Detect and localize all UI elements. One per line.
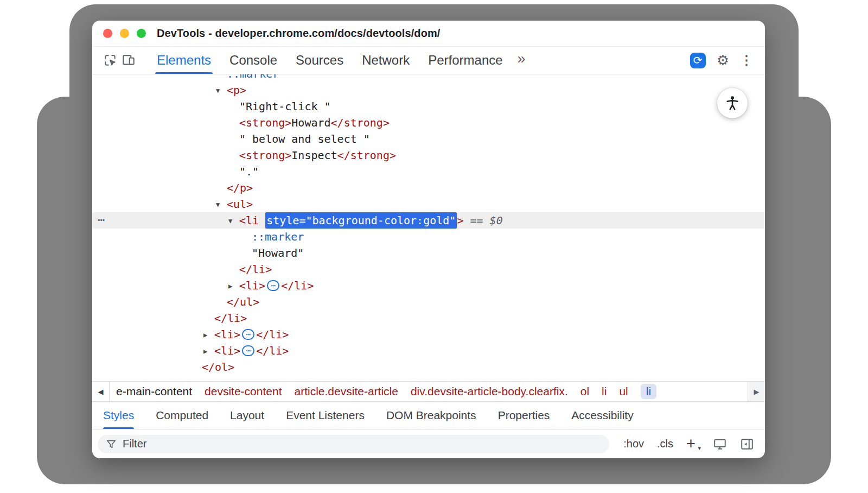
tree-arrow-down-icon[interactable]: ▼ [216, 197, 227, 213]
code-tag: <p> [227, 84, 246, 97]
tab-layout[interactable]: Layout [230, 402, 264, 429]
dom-node[interactable]: "Right-click " [92, 98, 765, 115]
code-tag: <ul> [227, 198, 253, 211]
code-sel: style="background-color:gold" [265, 212, 457, 229]
dom-node[interactable]: <strong>Inspect</strong> [92, 147, 765, 163]
dom-node[interactable]: </li> [92, 310, 765, 326]
inspect-icon [103, 53, 117, 67]
devtools-window: DevTools - developer.chrome.com/docs/dev… [92, 21, 765, 458]
tab-styles[interactable]: Styles [103, 402, 134, 429]
dom-node[interactable]: ▶<li>⋯</li> [92, 343, 765, 359]
minimize-button[interactable] [120, 29, 129, 38]
tab-sources[interactable]: Sources [286, 47, 353, 74]
code-tag: <li [239, 214, 265, 227]
dom-node[interactable]: "Howard" [92, 245, 765, 261]
dom-node[interactable]: ▶<li>⋯</li> [92, 277, 765, 294]
code-tag: <li> [239, 279, 265, 292]
settings-gear-icon[interactable]: ⚙ [717, 53, 729, 67]
dom-node[interactable]: " below and select " [92, 131, 765, 147]
dom-node[interactable]: "." [92, 163, 765, 180]
dom-node[interactable]: </li> [92, 261, 765, 277]
tree-arrow-right-icon[interactable]: ▶ [228, 278, 239, 294]
toolbar-right: ⟳ ⚙ ⋮ [690, 53, 753, 68]
code-tag: </li> [281, 279, 314, 292]
menu-kebab-icon[interactable]: ⋮ [740, 54, 753, 67]
toggle-element-state-button[interactable]: :hov [623, 438, 644, 450]
node-ellipsis-button[interactable]: ⋯ [267, 280, 279, 291]
dom-node[interactable]: </ul> [92, 294, 765, 310]
sidebar-tabbar: StylesComputedLayoutEvent ListenersDOM B… [92, 401, 765, 429]
code-pseudo: ::marker [227, 74, 279, 80]
code-text: " below and select " [239, 132, 370, 146]
rendering-icon[interactable] [713, 437, 727, 451]
tree-arrow-down-icon[interactable]: ▼ [216, 83, 227, 99]
code-text: Inspect [291, 149, 337, 162]
filter-input[interactable] [123, 438, 602, 450]
toggle-sidebar-icon[interactable] [740, 437, 754, 451]
titlebar: DevTools - developer.chrome.com/docs/dev… [92, 21, 765, 47]
zoom-button[interactable] [137, 29, 146, 38]
tab-properties[interactable]: Properties [498, 402, 550, 429]
tab-network[interactable]: Network [353, 47, 419, 74]
breadcrumb-item-ul[interactable]: ul [619, 385, 628, 398]
breadcrumb-item-li[interactable]: li [602, 385, 607, 398]
code-text: "Howard" [252, 246, 304, 260]
new-style-rule-button[interactable]: + ▾ [686, 436, 700, 452]
breadcrumb-item-ol[interactable]: ol [580, 385, 589, 398]
dom-node-selected[interactable]: ⋯▼<li style="background-color:gold"> == … [92, 212, 765, 229]
breadcrumb-scroll-left-button[interactable]: ◀ [92, 382, 110, 401]
breadcrumb-item-article-devsite-article[interactable]: article.devsite-article [295, 385, 398, 398]
sync-button[interactable]: ⟳ [690, 53, 706, 68]
breadcrumb-scroll-right-button[interactable]: ▶ [748, 382, 765, 401]
code-tag: <strong> [239, 116, 291, 129]
dom-node[interactable]: ▼<ul> [92, 196, 765, 212]
breadcrumb-item-devsite-content[interactable]: devsite-content [205, 385, 282, 398]
code-tag: <li> [214, 344, 240, 357]
filter-bar-actions: :hov .cls + ▾ [623, 436, 754, 452]
row-menu-icon[interactable]: ⋯ [98, 212, 105, 228]
tree-arrow-down-icon[interactable]: ▼ [228, 213, 239, 229]
code-tag: <li> [214, 328, 240, 341]
breadcrumb: ◀ e-main-contentdevsite-contentarticle.d… [92, 381, 765, 401]
close-button[interactable] [103, 29, 112, 38]
dom-node[interactable]: ::marker [92, 74, 765, 82]
dom-node[interactable]: ::marker [92, 229, 765, 245]
tab-elements[interactable]: Elements [148, 47, 220, 74]
dom-node[interactable]: </p> [92, 180, 765, 196]
breadcrumb-item-li[interactable]: li [641, 384, 656, 399]
tree-arrow-right-icon[interactable]: ▶ [203, 327, 214, 343]
code-tag: </li> [239, 263, 272, 276]
caret-down-icon: ▾ [698, 445, 701, 451]
tab-accessibility[interactable]: Accessibility [571, 402, 633, 429]
code-tag: </strong> [337, 149, 396, 162]
dom-node[interactable]: </ol> [92, 359, 765, 375]
tab-computed[interactable]: Computed [156, 402, 208, 429]
node-ellipsis-button[interactable]: ⋯ [242, 329, 254, 340]
dom-node[interactable]: ▼<p> [92, 82, 765, 98]
device-toolbar-icon [122, 53, 136, 67]
tab-event-listeners[interactable]: Event Listeners [286, 402, 365, 429]
code-tag: </p> [227, 181, 253, 194]
tab-performance[interactable]: Performance [419, 47, 512, 74]
code-tag: </ul> [227, 295, 259, 308]
code-pseudo: ::marker [252, 230, 304, 243]
inspect-element-button[interactable] [101, 51, 119, 69]
dom-node[interactable]: ▶<li>⋯</li> [92, 326, 765, 343]
breadcrumb-item-div-devsite-article-body-clearfix-[interactable]: div.devsite-article-body.clearfix. [411, 385, 568, 398]
accessibility-button[interactable] [717, 88, 748, 118]
traffic-lights [103, 29, 146, 38]
tree-arrow-right-icon[interactable]: ▶ [203, 343, 214, 359]
dom-node[interactable]: <strong>Howard</strong> [92, 115, 765, 131]
tab-dom-breakpoints[interactable]: DOM Breakpoints [386, 402, 476, 429]
breadcrumb-items: e-main-contentdevsite-contentarticle.dev… [110, 384, 748, 399]
node-ellipsis-button[interactable]: ⋯ [242, 345, 254, 356]
styles-filter-bar: :hov .cls + ▾ [92, 429, 765, 458]
more-tabs-button[interactable]: » [512, 50, 531, 67]
tab-console[interactable]: Console [220, 47, 286, 74]
breadcrumb-item-e-main-content[interactable]: e-main-content [116, 385, 192, 398]
code-tag: </li> [256, 328, 289, 341]
toolbar: ElementsConsoleSourcesNetworkPerformance… [92, 47, 765, 74]
device-toolbar-button[interactable] [119, 51, 138, 69]
element-classes-button[interactable]: .cls [657, 438, 673, 450]
code-text: "." [239, 165, 259, 178]
